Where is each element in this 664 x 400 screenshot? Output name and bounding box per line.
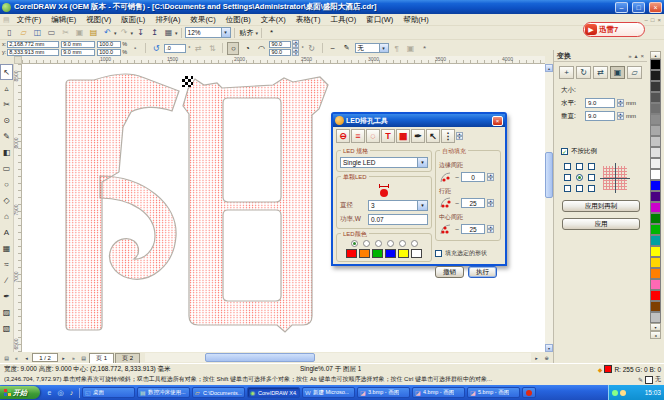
fill-color-swatch[interactable] <box>604 365 612 373</box>
taskbar-task-3[interactable]: ◉CorelDRAW X4... <box>247 387 300 398</box>
palette-swatch-17[interactable] <box>650 246 661 257</box>
menu-item-5[interactable]: 效果(C) <box>185 15 220 25</box>
palette-swatch-14[interactable] <box>650 213 661 224</box>
palette-swatch-20[interactable] <box>650 279 661 290</box>
ie-quicklaunch-icon[interactable]: e <box>45 388 54 398</box>
scroll-down-icon[interactable]: ▾ <box>545 344 553 352</box>
scale-mirror-button[interactable]: ⇄ <box>593 66 608 79</box>
wrap-text-button[interactable]: ¶ <box>391 42 403 55</box>
anchor-cell-8[interactable] <box>585 183 597 194</box>
anchor-cell-3[interactable] <box>561 172 573 183</box>
cut-icon[interactable]: ✂ <box>59 27 72 39</box>
tray-volume-icon[interactable] <box>620 390 626 396</box>
menu-item-1[interactable]: 编辑(E) <box>46 15 81 25</box>
apply-button[interactable]: 应用 <box>562 218 640 230</box>
arc-mode-button[interactable]: ◠ <box>255 42 267 55</box>
led-color-radio-2[interactable] <box>375 240 382 247</box>
blend-tool[interactable]: ≈ <box>0 256 13 272</box>
vertical-scroll-thumb[interactable] <box>545 152 553 198</box>
xunlei-floating-button[interactable]: ▶ 迅雷7 <box>583 22 645 37</box>
text-tool[interactable]: A <box>0 224 13 240</box>
outline-fill-tool-icon[interactable]: ◌ <box>366 129 380 143</box>
chevron-down-icon[interactable]: ▾ <box>114 30 117 36</box>
anchor-cell-4[interactable] <box>573 172 585 183</box>
print-icon[interactable]: ▭ <box>45 27 58 39</box>
crop-tool[interactable]: ✂ <box>0 96 13 112</box>
dialog-toolbar-spinner[interactable]: ▴▾ <box>456 132 463 140</box>
led-color-swatch-3[interactable] <box>385 249 396 258</box>
maximize-button[interactable]: □ <box>632 2 645 13</box>
palette-swatch-13[interactable] <box>650 202 661 213</box>
anchor-checkbox[interactable] <box>576 163 583 170</box>
palette-swatch-4[interactable] <box>650 103 661 114</box>
led-color-radio-0[interactable] <box>351 240 358 247</box>
led-spec-combo[interactable]: Single LED ▾ <box>340 157 428 168</box>
scroll-right-icon[interactable]: ▸ <box>532 353 541 362</box>
spin-down-icon[interactable]: ▾ <box>487 229 494 233</box>
object-height-field[interactable]: 9.0 mm <box>61 49 95 56</box>
fill-selected-shape-checkbox[interactable] <box>435 250 442 257</box>
doc-close-icon[interactable]: × <box>657 17 661 23</box>
palette-swatch-12[interactable] <box>650 191 661 202</box>
horizontal-scrollbar[interactable] <box>145 353 531 362</box>
edge-spacing-field[interactable]: 0 <box>461 172 485 182</box>
apply-to-duplicate-button[interactable]: 应用到再制 <box>562 200 640 212</box>
export-icon[interactable]: ↥ <box>148 27 161 39</box>
chevron-down-icon[interactable]: ▾ <box>417 201 427 210</box>
doc-restore-icon[interactable]: □ <box>651 17 655 23</box>
anchor-checkbox[interactable] <box>564 163 571 170</box>
undo-icon[interactable]: ↶ <box>101 27 114 39</box>
led-color-swatch-4[interactable] <box>398 249 409 258</box>
taskbar-task-4[interactable]: W新建 Microso... <box>302 387 355 398</box>
object-width-field[interactable]: 9.0 mm <box>61 41 95 48</box>
taskbar-task-1[interactable]: ▤数控冲床使用... <box>137 387 190 398</box>
center-spacing-field[interactable]: 25 <box>461 224 485 234</box>
anchor-center-radio[interactable] <box>576 174 583 181</box>
spin-down-icon[interactable]: ▾ <box>456 136 463 140</box>
menu-item-8[interactable]: 表格(T) <box>291 15 326 25</box>
ruler-origin-box[interactable] <box>14 56 22 64</box>
list-tool-icon[interactable]: ⋮ <box>441 129 455 143</box>
save-icon[interactable]: ◫ <box>31 27 44 39</box>
outline-width-combo[interactable]: 无 ▾ <box>355 43 389 53</box>
chevron-down-icon[interactable]: ▾ <box>221 28 230 37</box>
page-flip-icon[interactable]: ▤ <box>2 353 11 362</box>
palette-swatch-3[interactable] <box>650 92 661 103</box>
power-field[interactable]: 0.07 <box>368 214 428 225</box>
docker-expand-icon[interactable]: » <box>628 53 631 59</box>
anchor-cell-1[interactable] <box>573 161 585 172</box>
paste-icon[interactable]: ▤ <box>87 27 100 39</box>
horizontal-scroll-thumb[interactable] <box>205 353 315 362</box>
palette-swatch-15[interactable] <box>650 224 661 235</box>
horizontal-size-field[interactable]: 9.0 <box>585 98 615 108</box>
fill-tool[interactable]: ▨ <box>0 304 13 320</box>
menu-item-2[interactable]: 视图(V) <box>81 15 116 25</box>
text-fill-tool-icon[interactable]: T <box>381 129 395 143</box>
mirror-horizontal-button[interactable]: ⇄ <box>192 42 204 55</box>
palette-swatch-18[interactable] <box>650 257 661 268</box>
import-icon[interactable]: ↧ <box>134 27 147 39</box>
anchor-cell-7[interactable] <box>573 183 585 194</box>
tray-status-icon[interactable] <box>612 390 618 396</box>
y-position-field[interactable]: 8,333.913 mm <box>7 49 59 56</box>
chevron-down-icon[interactable]: ▾ <box>379 44 388 52</box>
gear-icon[interactable]: * <box>419 42 431 55</box>
palette-swatch-19[interactable] <box>650 268 661 279</box>
first-page-icon[interactable]: « <box>12 353 21 362</box>
anchor-checkbox[interactable] <box>564 174 571 181</box>
outline-color-swatch[interactable] <box>645 376 653 384</box>
snap-menu[interactable]: 贴齐 <box>238 28 256 38</box>
char-yang-left-hook[interactable] <box>100 176 176 279</box>
anchor-checkbox[interactable] <box>564 185 571 192</box>
anchor-checkbox[interactable] <box>576 185 583 192</box>
menu-item-3[interactable]: 版面(L) <box>116 15 150 25</box>
position-button[interactable]: + <box>559 66 574 79</box>
palette-swatch-6[interactable] <box>650 125 661 136</box>
menu-item-0[interactable]: 文件(F) <box>12 15 47 25</box>
palette-scroll-down-icon[interactable]: ▾ <box>650 323 661 331</box>
size-button[interactable]: ▣ <box>610 66 625 79</box>
skew-button[interactable]: ▱ <box>627 66 642 79</box>
anchor-cell-5[interactable] <box>585 172 597 183</box>
palette-swatch-23[interactable] <box>650 312 661 323</box>
navigator-zoom-icon[interactable]: ⊕ <box>542 353 551 362</box>
